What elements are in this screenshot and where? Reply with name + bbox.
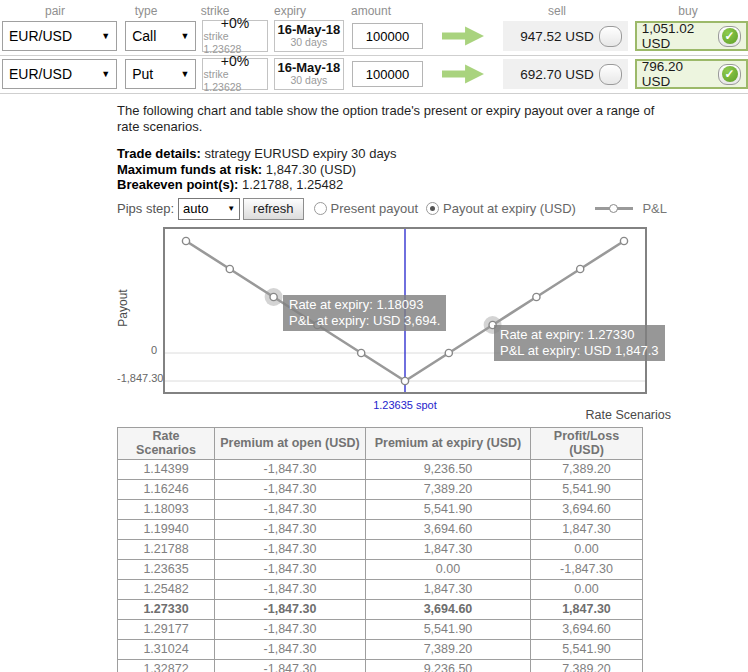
type-select[interactable]: Put ▼ — [125, 59, 196, 89]
chart-data-point[interactable] — [445, 349, 452, 356]
table-cell: 1,847.30 — [366, 579, 531, 599]
table-cell: 3,694.60 — [366, 599, 531, 619]
chevron-down-icon: ▼ — [101, 69, 110, 79]
refresh-button[interactable]: refresh — [243, 198, 303, 220]
sell-price-box[interactable]: 947.52 USD — [503, 21, 628, 51]
expiry-date: 16-May-18 — [277, 23, 340, 36]
max-risk-line: Maximum funds at risk: 1,847.30 (USD) — [117, 162, 657, 178]
table-column-header: Premium at expiry (USD) — [366, 427, 531, 459]
table-row: 1.27330-1,847.303,694.601,847.30 — [118, 599, 643, 619]
x-axis-title: Rate Scenarios — [586, 408, 671, 422]
buy-checkbox-checked[interactable] — [718, 26, 741, 47]
table-cell: -1,847.30 — [215, 619, 366, 639]
table-cell: 5,541.90 — [366, 499, 531, 519]
chart-tooltip: Rate at expiry: 1.18093 P&L at expiry: U… — [283, 295, 446, 331]
sell-price: 692.70 USD — [520, 67, 594, 82]
expiry-days: 30 days — [290, 74, 327, 87]
table-row: 1.23635-1,847.300.00-1,847.30 — [118, 559, 643, 579]
chart-data-point[interactable] — [270, 293, 277, 300]
table-cell: 9,236.50 — [366, 659, 531, 672]
chevron-down-icon: ▼ — [181, 69, 190, 79]
pair-select[interactable]: EUR/USD ▼ — [2, 21, 117, 51]
radio-payout-expiry[interactable] — [426, 202, 439, 215]
chart-data-point[interactable] — [226, 265, 233, 272]
table-cell: 0.00 — [531, 539, 643, 559]
chart-data-point[interactable] — [401, 377, 408, 384]
y-axis-tick-label: 0 — [117, 344, 157, 356]
strike-box[interactable]: +0% strike 1.23628 — [202, 20, 267, 52]
table-cell: 1,847.30 — [531, 599, 643, 619]
table-cell: 5,541.90 — [366, 619, 531, 639]
chevron-down-icon: ▼ — [227, 204, 235, 213]
table-cell: 7,389.20 — [366, 639, 531, 659]
buy-price: 796.20 USD — [642, 59, 713, 89]
strike-pct: +0% — [221, 55, 249, 68]
table-cell: 1.23635 — [118, 559, 215, 579]
chart-data-point[interactable] — [182, 237, 189, 244]
table-cell: -1,847.30 — [215, 479, 366, 499]
table-cell: -1,847.30 — [215, 539, 366, 559]
table-cell: -1,847.30 — [215, 499, 366, 519]
table-row: 1.21788-1,847.301,847.300.00 — [118, 539, 643, 559]
radio-expiry-label[interactable]: Payout at expiry (USD) — [443, 201, 576, 216]
table-cell: 1.27330 — [118, 599, 215, 619]
leg-row-put: EUR/USD ▼ Put ▼ +0% strike 1.23628 16-Ma… — [0, 56, 748, 94]
radio-present-payout[interactable] — [314, 202, 327, 215]
pair-value: EUR/USD — [9, 66, 72, 82]
leg-column-headers: pair type strike expiry amount sell buy — [0, 3, 748, 18]
table-cell: 1,847.30 — [531, 519, 643, 539]
leg-row-call: EUR/USD ▼ Call ▼ +0% strike 1.23628 16-M… — [0, 18, 748, 56]
pair-value: EUR/USD — [9, 28, 72, 44]
header-expiry: expiry — [254, 4, 326, 18]
legend-label: P&L — [642, 201, 667, 216]
chevron-down-icon: ▼ — [101, 31, 110, 41]
strike-box[interactable]: +0% strike 1.23628 — [202, 58, 267, 90]
buy-checkbox-checked[interactable] — [718, 64, 741, 85]
chart-data-point[interactable] — [358, 349, 365, 356]
legend-line-marker-icon — [595, 207, 633, 210]
type-value: Put — [132, 66, 153, 82]
table-cell: 3,694.60 — [531, 619, 643, 639]
table-cell: 1.14399 — [118, 459, 215, 479]
buy-price-box[interactable]: 796.20 USD — [635, 59, 748, 89]
chart-tooltip: Rate at expiry: 1.27330 P&L at expiry: U… — [494, 325, 665, 361]
radio-present-label[interactable]: Present payout — [331, 201, 418, 216]
header-buy: buy — [629, 4, 747, 18]
table-cell: -1,847.30 — [215, 519, 366, 539]
amount-input[interactable] — [352, 23, 423, 49]
pips-step-select[interactable]: auto ▼ — [178, 198, 240, 220]
type-value: Call — [132, 28, 156, 44]
chart-data-point[interactable] — [533, 293, 540, 300]
chart-data-point[interactable] — [577, 265, 584, 272]
table-header: Rate ScenariosPremium at open (USD)Premi… — [118, 427, 643, 459]
rate-scenarios-table: Rate ScenariosPremium at open (USD)Premi… — [117, 427, 643, 672]
header-type: type — [116, 4, 176, 18]
table-cell: 7,389.20 — [366, 479, 531, 499]
table-cell: 9,236.50 — [366, 459, 531, 479]
table-cell: 1.19940 — [118, 519, 215, 539]
buy-price-box[interactable]: 1,051.02 USD — [635, 21, 748, 51]
table-cell: 7,389.20 — [531, 659, 643, 672]
chart-data-point[interactable] — [620, 237, 627, 244]
table-cell: 1.29177 — [118, 619, 215, 639]
trade-details: Trade details: strategy EURUSD expiry 30… — [117, 146, 657, 193]
table-cell: 0.00 — [366, 559, 531, 579]
header-pair: pair — [2, 4, 108, 18]
type-select[interactable]: Call ▼ — [125, 21, 196, 51]
table-cell: 7,389.20 — [531, 459, 643, 479]
chart-controls: Pips step: auto ▼ refresh Present payout… — [117, 197, 657, 221]
spot-rate-label: 1.23635 spot — [373, 399, 437, 411]
option-legs-section: pair type strike expiry amount sell buy … — [0, 0, 748, 94]
sell-price-box[interactable]: 692.70 USD — [503, 59, 628, 89]
pair-select[interactable]: EUR/USD ▼ — [2, 59, 117, 89]
sell-checkbox[interactable] — [599, 64, 622, 85]
amount-input[interactable] — [352, 61, 423, 87]
table-cell: 1.25482 — [118, 579, 215, 599]
sell-checkbox[interactable] — [599, 26, 622, 47]
table-cell: 1.21788 — [118, 539, 215, 559]
expiry-box[interactable]: 16-May-18 30 days — [274, 58, 345, 90]
table-row: 1.25482-1,847.301,847.300.00 — [118, 579, 643, 599]
expiry-box[interactable]: 16-May-18 30 days — [274, 20, 345, 52]
arrow-right-icon — [442, 64, 484, 84]
chevron-down-icon: ▼ — [181, 31, 190, 41]
